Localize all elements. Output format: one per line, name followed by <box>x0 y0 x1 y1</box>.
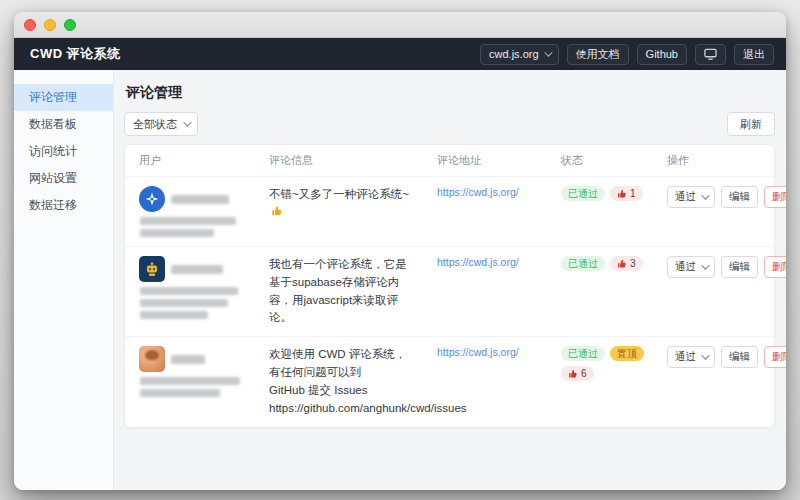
user-email-redacted <box>140 377 240 385</box>
likes-badge: 3 <box>610 256 643 271</box>
likes-count: 6 <box>581 369 587 379</box>
avatar <box>139 186 165 212</box>
comments-table: 用户 评论信息 评论地址 状态 操作 <box>124 144 775 428</box>
app-window: CWD 评论系统 cwd.js.org 使用文档 Github 退出 <box>14 12 786 490</box>
comment-url-cell: https://cwd.js.org/ <box>425 337 549 367</box>
thumbs-up-emoji <box>271 205 283 217</box>
table-row: 我也有一个评论系统，它是基于supabase存储评论内容，用javascript… <box>125 246 774 336</box>
status-cell: 已通过 置顶 6 <box>549 337 655 390</box>
likes-count: 3 <box>630 259 636 269</box>
toolbar: 全部状态 刷新 <box>124 112 775 136</box>
sidebar-item-site-settings[interactable]: 网站设置 <box>14 165 113 192</box>
close-window-button[interactable] <box>24 19 36 31</box>
chevron-down-icon <box>701 261 709 269</box>
chevron-down-icon <box>544 48 552 56</box>
comment-url-link[interactable]: https://cwd.js.org/ <box>437 346 519 358</box>
status-filter-select[interactable]: 全部状态 <box>124 112 198 136</box>
theme-toggle-button[interactable] <box>695 44 726 65</box>
edit-button[interactable]: 编辑 <box>721 256 758 278</box>
chevron-down-icon <box>701 191 709 199</box>
minimize-window-button[interactable] <box>44 19 56 31</box>
robot-icon <box>144 262 160 277</box>
col-header-comment: 评论信息 <box>257 145 425 176</box>
status-cell: 已通过 3 <box>549 247 655 280</box>
edit-button[interactable]: 编辑 <box>721 346 758 368</box>
user-name-redacted <box>171 355 205 364</box>
compass-logo-icon <box>144 191 160 207</box>
status-action-select[interactable]: 通过 <box>667 186 715 208</box>
user-email-redacted <box>140 287 238 295</box>
sidebar: 评论管理 数据看板 访问统计 网站设置 数据迁移 <box>14 70 114 490</box>
app-header: CWD 评论系统 cwd.js.org 使用文档 Github 退出 <box>14 38 786 70</box>
chevron-down-icon <box>701 352 709 360</box>
user-email-redacted <box>140 217 236 225</box>
comment-text: 不错~又多了一种评论系统~ <box>257 177 425 231</box>
status-filter-value: 全部状态 <box>133 117 177 132</box>
user-site-redacted <box>140 299 228 307</box>
comment-url-link[interactable]: https://cwd.js.org/ <box>437 186 519 198</box>
likes-badge: 1 <box>610 186 643 201</box>
delete-button[interactable]: 删除 <box>764 256 786 278</box>
chevron-down-icon <box>183 118 191 126</box>
thumbs-up-icon <box>617 189 627 199</box>
user-meta-redacted <box>140 389 220 397</box>
thumbs-up-icon <box>617 259 627 269</box>
comment-text: 欢迎使用 CWD 评论系统，有任何问题可以到 GitHub 提交 Issues … <box>257 337 425 426</box>
user-meta-redacted <box>140 229 214 237</box>
monitor-icon <box>704 48 717 60</box>
sidebar-item-visit-stats[interactable]: 访问统计 <box>14 138 113 165</box>
status-cell: 已通过 1 <box>549 177 655 210</box>
main-content: 评论管理 全部状态 刷新 用户 评论信息 评论地址 状态 操作 <box>114 70 786 490</box>
status-action-select[interactable]: 通过 <box>667 256 715 278</box>
table-row: 欢迎使用 CWD 评论系统，有任何问题可以到 GitHub 提交 Issues … <box>125 336 774 426</box>
avatar <box>139 256 165 282</box>
user-cell <box>127 337 257 406</box>
comment-url-link[interactable]: https://cwd.js.org/ <box>437 256 519 268</box>
thumbs-up-icon <box>568 369 578 379</box>
comment-url-cell: https://cwd.js.org/ <box>425 177 549 207</box>
col-header-actions: 操作 <box>655 146 772 175</box>
github-button[interactable]: Github <box>637 44 687 65</box>
site-select-value: cwd.js.org <box>489 49 539 60</box>
refresh-button[interactable]: 刷新 <box>727 112 775 136</box>
comment-url-cell: https://cwd.js.org/ <box>425 247 549 277</box>
actions-cell: 通过 编辑 删除 <box>655 177 786 217</box>
logout-button[interactable]: 退出 <box>734 44 774 65</box>
status-action-select[interactable]: 通过 <box>667 346 715 368</box>
status-badge: 已通过 <box>561 346 605 361</box>
site-select[interactable]: cwd.js.org <box>480 44 559 65</box>
col-header-url: 评论地址 <box>425 146 549 175</box>
edit-button[interactable]: 编辑 <box>721 186 758 208</box>
sidebar-item-dashboard[interactable]: 数据看板 <box>14 111 113 138</box>
delete-button[interactable]: 删除 <box>764 186 786 208</box>
sidebar-item-data-migration[interactable]: 数据迁移 <box>14 192 113 219</box>
page-title: 评论管理 <box>126 84 775 102</box>
user-name-redacted <box>171 195 229 204</box>
actions-cell: 通过 编辑 删除 <box>655 247 786 287</box>
user-name-redacted <box>171 265 223 274</box>
zoom-window-button[interactable] <box>64 19 76 31</box>
status-badge: 已通过 <box>561 186 605 201</box>
user-cell <box>127 247 257 328</box>
app-title: CWD 评论系统 <box>30 45 121 63</box>
likes-badge: 6 <box>561 366 594 381</box>
likes-count: 1 <box>630 189 636 199</box>
pinned-badge: 置顶 <box>610 346 644 361</box>
sidebar-item-comment-management[interactable]: 评论管理 <box>14 84 113 111</box>
user-meta-redacted <box>140 311 208 319</box>
table-row: 不错~又多了一种评论系统~ https://cwd.js.org/ 已通过 1 <box>125 176 774 246</box>
delete-button[interactable]: 删除 <box>764 346 786 368</box>
col-header-status: 状态 <box>549 146 655 175</box>
actions-cell: 通过 编辑 删除 <box>655 337 786 377</box>
app-header-actions: cwd.js.org 使用文档 Github 退出 <box>480 44 774 65</box>
macos-titlebar <box>14 12 786 38</box>
user-cell <box>127 177 257 246</box>
avatar <box>139 346 165 372</box>
table-header-row: 用户 评论信息 评论地址 状态 操作 <box>125 145 774 176</box>
col-header-user: 用户 <box>127 146 257 175</box>
comment-text: 我也有一个评论系统，它是基于supabase存储评论内容，用javascript… <box>257 247 425 336</box>
status-badge: 已通过 <box>561 256 605 271</box>
docs-button[interactable]: 使用文档 <box>567 44 629 65</box>
